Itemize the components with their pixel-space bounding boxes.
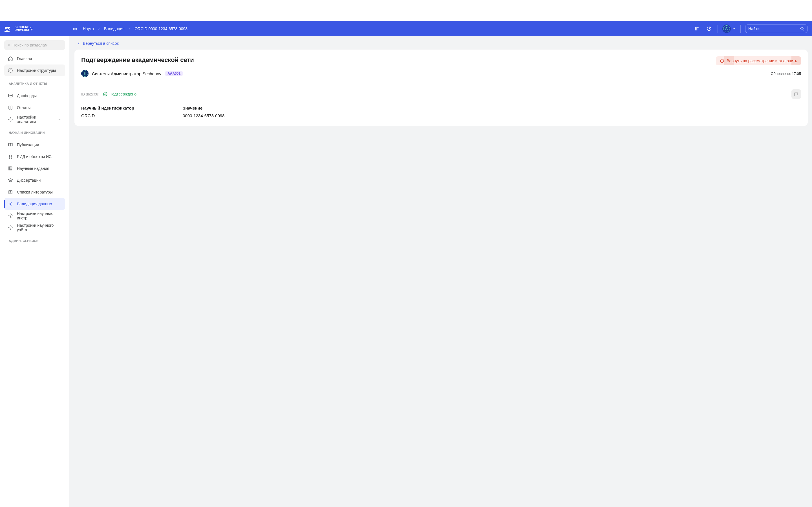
svg-point-11	[726, 28, 727, 29]
sidebar-item-reports[interactable]: Отчеты	[4, 102, 65, 114]
sidebar-group-admin: АДМИН. СЕРВИСЫ	[4, 239, 65, 242]
sidebar-item-science-accounting[interactable]: Настройки научного учёта	[4, 222, 65, 233]
sidebar-item-rid[interactable]: РИД и объекты ИС	[4, 151, 65, 163]
gear-icon	[8, 117, 13, 122]
field-value-identifier: ORCID	[81, 113, 183, 118]
chevron-right-icon	[128, 27, 131, 31]
logo[interactable]: SECHENOV UNIVERSITY	[3, 24, 67, 33]
check-seal-icon	[103, 92, 108, 97]
svg-point-16	[10, 70, 11, 71]
sidebar-item-validation[interactable]: Валидация данных	[4, 198, 65, 210]
sidebar-item-label: Настройки научных инстр.	[17, 211, 61, 220]
sidebar-item-dashboards[interactable]: Дашборды	[4, 90, 65, 102]
svg-point-26	[10, 203, 11, 205]
svg-line-15	[9, 46, 10, 46]
svg-point-32	[84, 73, 86, 75]
sidebar-group-science: НАУКА И ИННОВАЦИИ	[4, 131, 65, 134]
back-link-label: Вернуться в список	[83, 41, 119, 46]
page-title: Подтверждение академической сети	[81, 56, 194, 64]
sidebar-item-journals[interactable]: Научные издания	[4, 163, 65, 174]
reject-button-label: Вернуть на рассмотрение и отклонить	[726, 59, 797, 63]
svg-point-0	[5, 27, 6, 29]
detail-card: Подтверждение академической сети Вернуть…	[74, 50, 808, 126]
sidebar-item-label: Отчеты	[17, 105, 31, 110]
sidebar-item-label: РИД и объекты ИС	[17, 154, 52, 159]
sidebar-item-structure-settings[interactable]: Настройки структуры	[4, 64, 65, 76]
user-menu[interactable]	[722, 24, 736, 33]
main-content: Вернуться в список Подтверждение академи…	[69, 36, 812, 507]
svg-line-13	[803, 30, 804, 31]
sidebar-item-label: Главная	[17, 56, 32, 61]
list-icon	[8, 189, 13, 194]
details-grid: Научный идентификатор Значение ORCID 000…	[81, 106, 801, 118]
breadcrumb-item-current: ORCID 0000-1234-6578-0098	[135, 26, 188, 31]
graduation-icon	[8, 178, 13, 183]
library-icon	[8, 166, 13, 171]
svg-point-9	[709, 30, 709, 30]
browser-chrome-spacer	[0, 0, 812, 21]
topbar: SECHENOV UNIVERSITY Наука Валидация ORCI…	[0, 21, 812, 36]
author-badge: AAA001	[165, 71, 183, 76]
updated-text: Обновлено: 17:05	[770, 71, 801, 76]
sidebar: Главная Настройки структуры АНАЛИТИКА И …	[0, 36, 69, 507]
avatar	[722, 24, 731, 33]
status-badge: Подтверждено	[103, 92, 137, 97]
sidebar-item-label: Настройки аналитики	[17, 115, 54, 124]
chevron-left-icon	[77, 41, 81, 45]
sidebar-item-dissertations[interactable]: Диссертации	[4, 174, 65, 186]
gear-icon	[8, 202, 13, 207]
svg-point-5	[695, 27, 696, 29]
sidebar-search-input[interactable]	[12, 43, 62, 47]
sidebar-search[interactable]	[4, 40, 65, 50]
svg-point-27	[10, 215, 11, 217]
home-icon	[8, 56, 13, 61]
gear-icon	[8, 225, 13, 230]
author-name[interactable]: Системы Администратор Sechenov	[92, 71, 161, 76]
logo-text: SECHENOV UNIVERSITY	[15, 26, 33, 32]
breadcrumb: Наука Валидация ORCID 0000-1234-6578-009…	[83, 26, 188, 31]
global-search-input[interactable]	[748, 26, 798, 31]
global-search[interactable]	[745, 24, 808, 33]
settings-sliders-icon[interactable]	[693, 25, 701, 33]
sidebar-item-bibliography[interactable]: Списки литературы	[4, 186, 65, 198]
sidebar-item-label: Списки литературы	[17, 190, 53, 194]
sidebar-item-home[interactable]: Главная	[4, 53, 65, 64]
sidebar-item-label: Научные издания	[17, 166, 49, 171]
sidebar-item-analytics-settings[interactable]: Настройки аналитики	[4, 114, 65, 125]
author-avatar	[81, 70, 89, 77]
back-link[interactable]: Вернуться в список	[77, 41, 119, 46]
comment-icon	[794, 92, 799, 96]
svg-point-6	[696, 29, 697, 30]
svg-rect-20	[9, 167, 10, 170]
sidebar-item-label: Валидация данных	[17, 202, 52, 206]
chevron-right-icon	[97, 27, 101, 31]
divider	[81, 84, 801, 84]
field-label-identifier: Научный идентификатор	[81, 106, 183, 110]
sidebar-group-analytics: АНАЛИТИКА И ОТЧЕТЫ	[4, 82, 65, 86]
sidebar-item-science-instruments[interactable]: Настройки научных инстр.	[4, 210, 65, 222]
sidebar-item-publications[interactable]: Публикации	[4, 139, 65, 151]
search-icon	[8, 43, 10, 47]
svg-point-7	[698, 27, 698, 28]
chevron-down-icon	[57, 117, 61, 121]
sidebar-item-label: Публикации	[17, 143, 39, 147]
svg-point-1	[8, 27, 10, 29]
book-icon	[8, 105, 13, 110]
svg-point-14	[8, 44, 10, 46]
help-icon[interactable]	[705, 25, 713, 33]
search-icon[interactable]	[800, 26, 804, 31]
record-id: ID db2cf3c	[81, 92, 99, 96]
sidebar-item-label: Настройки научного учёта	[17, 223, 61, 232]
svg-point-18	[10, 119, 11, 120]
sidebar-item-label: Настройки структуры	[17, 68, 56, 73]
breadcrumb-item-validation[interactable]: Валидация	[104, 26, 124, 31]
gear-icon	[8, 213, 13, 218]
logo-icon	[3, 24, 12, 33]
app-body: Главная Настройки структуры АНАЛИТИКА И …	[0, 36, 812, 507]
comment-button[interactable]	[792, 89, 801, 99]
reject-button[interactable]: Вернуть на рассмотрение и отклонить	[716, 56, 801, 65]
svg-point-28	[10, 227, 11, 228]
book-open-icon	[8, 142, 13, 147]
pin-icon[interactable]	[71, 25, 79, 32]
breadcrumb-item-science[interactable]: Наука	[83, 26, 94, 31]
